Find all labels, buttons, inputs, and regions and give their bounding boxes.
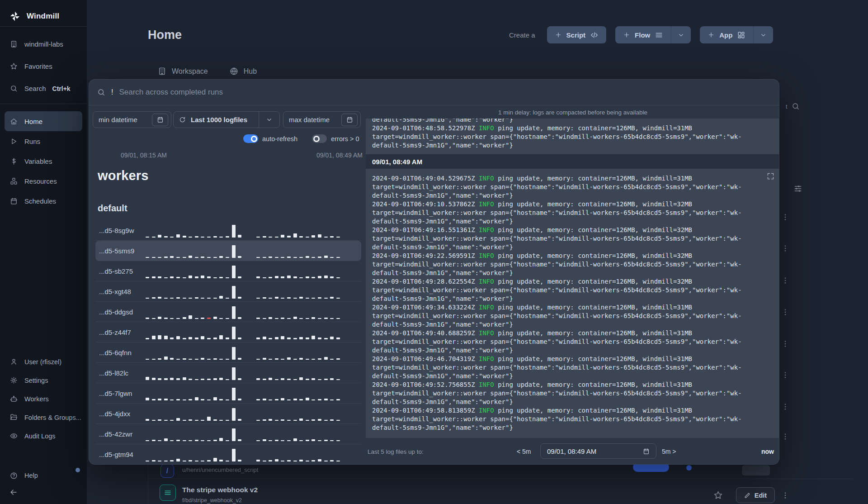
kebab-menu-icon[interactable]	[781, 213, 789, 221]
chevron-down-icon	[266, 116, 273, 123]
create-app-button[interactable]: App	[700, 26, 753, 43]
log-level: INFO	[479, 381, 494, 388]
app-logo[interactable]: Windmill	[0, 0, 87, 25]
max-datetime-input[interactable]: max datetime	[283, 111, 361, 128]
edit-flow-button[interactable]: Edit	[736, 487, 775, 503]
sidebar-item-workers[interactable]: Workers	[0, 390, 87, 408]
worker-name: ...d5-sb275	[99, 267, 146, 275]
worker-row[interactable]: ...d5-z44f7	[95, 322, 361, 342]
notification-dot	[75, 468, 80, 472]
now-button[interactable]: now	[761, 448, 774, 455]
worker-row[interactable]: ...d5-sb275	[95, 261, 361, 281]
min-datetime-input[interactable]: min datetime	[93, 111, 171, 128]
worker-name: ...d5-l82lc	[99, 369, 146, 377]
log-level: INFO	[479, 175, 494, 182]
app-dropdown-button[interactable]	[753, 26, 773, 43]
globe-icon	[230, 67, 238, 76]
log-level: INFO	[479, 355, 494, 362]
log-level: INFO	[479, 278, 494, 285]
create-flow-button[interactable]: Flow	[615, 26, 671, 43]
flow-menu-icon	[655, 31, 663, 39]
log-entry: 2024-09-01T06:49:16.551361Z INFO ping up…	[372, 226, 774, 252]
worker-row[interactable]: ...d5-l82lc	[95, 363, 361, 383]
sidebar-item-audit-logs[interactable]: Audit Logs	[0, 427, 87, 445]
worker-row[interactable]: ...d5-6qfnn	[95, 342, 361, 363]
worker-name: ...d5-ddgsd	[99, 308, 146, 316]
partial-button[interactable]	[742, 465, 770, 475]
script-path[interactable]: u/henri/unencumbered_script	[182, 466, 258, 473]
worker-row[interactable]: ...d5-7lgwn	[95, 383, 361, 404]
max-datetime-calendar-button[interactable]	[341, 114, 358, 126]
step-back-5m-button[interactable]: < 5m	[517, 448, 531, 455]
kebab-menu-icon[interactable]	[781, 308, 789, 316]
tab-workspace[interactable]: Workspace	[158, 67, 208, 76]
expand-icon[interactable]	[767, 172, 774, 180]
sidebar-item-help[interactable]: Help	[0, 467, 87, 484]
log-block-current: 2024-09-01T06:49:04.529675Z INFO ping up…	[366, 169, 779, 438]
sidebar-item-user-rfiszel[interactable]: User (rfiszel)	[0, 352, 87, 371]
create-script-button[interactable]: Script	[547, 26, 607, 43]
logfiles-current-option[interactable]: Last 1000 logfiles	[174, 116, 259, 124]
chevron-down-icon	[760, 32, 767, 38]
worker-row[interactable]: ...d5-xgt48	[95, 281, 361, 302]
sidebar-item-runs[interactable]: Runs	[0, 131, 87, 151]
tab-hub[interactable]: Hub	[230, 67, 257, 76]
flow-icon	[160, 485, 176, 501]
kebab-menu-icon[interactable]	[781, 276, 789, 285]
step-forward-5m-button[interactable]: 5m >	[662, 448, 676, 455]
search-runs-overlay: ! min datetime Last 1000 logfiles max da…	[89, 79, 779, 465]
errors-label: errors > 0	[331, 135, 359, 143]
sidebar-item-resources[interactable]: Resources	[0, 171, 87, 191]
log-entry: 2024-09-01T06:49:34.633224Z INFO ping up…	[372, 303, 774, 329]
worker-row[interactable]: ...d5-5sms9	[95, 241, 361, 261]
sidebar-item-windmill-labs[interactable]: windmill-labs	[0, 33, 87, 55]
sidebar-item-variables[interactable]: Variables	[0, 151, 87, 171]
sidebar-item-search[interactable]: SearchCtrl+k	[0, 77, 87, 100]
range-start-label: 09/01, 08:15 AM	[121, 152, 167, 159]
log-block-previous: default-5sms9-Jmn1G","name":"worker"}202…	[366, 119, 779, 154]
logfiles-dropdown-button[interactable]	[259, 112, 279, 128]
collapse-sidebar-button[interactable]	[9, 488, 18, 497]
log-datetime-picker[interactable]: 09/01, 08:49 AM	[540, 443, 656, 459]
errors-toggle[interactable]	[312, 134, 327, 143]
log-entry: 2024-09-01T06:49:22.569591Z INFO ping up…	[372, 252, 774, 277]
filter-sliders-icon[interactable]	[793, 184, 802, 193]
worker-name: ...d5-42zwr	[99, 430, 146, 438]
calendar-icon-button[interactable]	[640, 445, 652, 457]
sidebar-item-settings[interactable]: Settings	[0, 371, 87, 390]
favorite-star-icon[interactable]	[713, 490, 723, 500]
worker-name: ...d5-6qfnn	[99, 349, 146, 357]
divider	[0, 26, 87, 27]
building-icon	[158, 67, 166, 76]
kebab-menu-icon[interactable]	[781, 244, 789, 252]
search-icon[interactable]	[792, 102, 800, 110]
folder-icon	[10, 414, 18, 421]
runs-search-input[interactable]	[119, 88, 771, 97]
worker-activity-sparkline	[146, 386, 340, 400]
kebab-menu-icon[interactable]	[781, 433, 789, 441]
worker-activity-sparkline	[146, 223, 340, 238]
worker-row[interactable]: ...d5-4jdxx	[95, 404, 361, 424]
log-entry: 2024-09-01T06:48:58.522978Z INFO ping up…	[372, 124, 774, 150]
kebab-menu-icon[interactable]	[781, 403, 789, 411]
sidebar-item-favorites[interactable]: Favorites	[0, 55, 87, 77]
sidebar-item-folders-groups[interactable]: Folders & Groups...	[0, 408, 87, 427]
kebab-menu-icon[interactable]	[781, 371, 789, 379]
kebab-menu-icon[interactable]	[781, 340, 789, 348]
sidebar-item-schedules[interactable]: Schedules	[0, 191, 87, 211]
row-divider	[148, 479, 853, 479]
worker-activity-sparkline	[146, 345, 340, 360]
worker-row[interactable]: ...d5-42zwr	[95, 424, 361, 444]
kebab-menu-icon[interactable]	[781, 491, 789, 499]
log-section-header: 09/01, 08:49 AM	[366, 154, 779, 169]
worker-row[interactable]: ...d5-8sg9w	[95, 220, 361, 241]
sidebar-item-home[interactable]: Home	[5, 111, 82, 131]
flow-dropdown-button[interactable]	[671, 26, 691, 43]
flow-title[interactable]: The stripe webhook v2	[182, 486, 258, 494]
worker-row[interactable]: ...d5-ddgsd	[95, 302, 361, 322]
create-a-label: Create a	[509, 31, 535, 39]
min-datetime-calendar-button[interactable]	[152, 114, 168, 126]
script-language-icon: /	[160, 464, 174, 478]
worker-row[interactable]: ...d5-gtm94	[95, 444, 361, 465]
auto-refresh-toggle[interactable]	[243, 134, 258, 143]
